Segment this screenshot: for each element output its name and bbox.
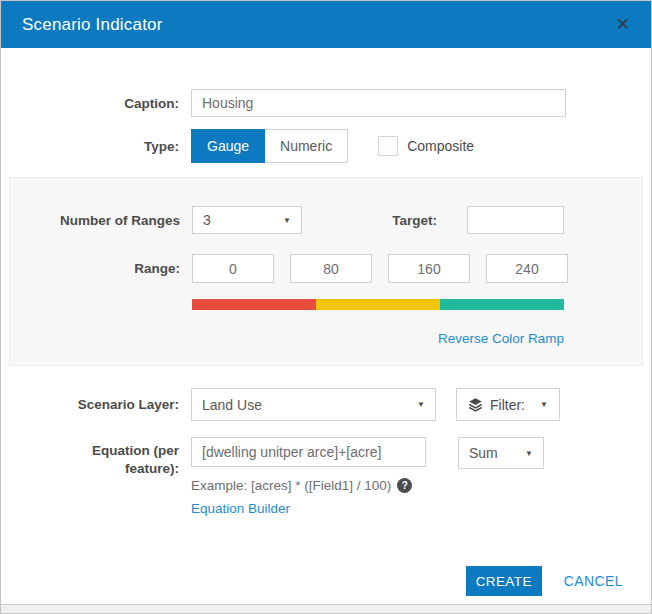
cancel-button[interactable]: CANCEL xyxy=(564,573,623,589)
dialog-title: Scenario Indicator xyxy=(22,15,163,35)
reverse-color-ramp-link[interactable]: Reverse Color Ramp xyxy=(438,331,564,346)
range-input-3[interactable] xyxy=(486,254,568,283)
equation-example-text: Example: [acres] * ([Field1] / 100) xyxy=(191,478,391,493)
equation-input[interactable] xyxy=(191,437,426,467)
equation-fields: Sum ▼ Example: [acres] * ([Field1] / 100… xyxy=(191,437,544,517)
composite-checkbox[interactable] xyxy=(378,136,398,156)
ranges-panel: Number of Ranges 3 ▼ Target: Range: xyxy=(9,177,643,366)
equation-builder-row: Equation Builder xyxy=(191,499,544,517)
composite-label: Composite xyxy=(407,138,474,154)
color-ramp-segment-green xyxy=(440,299,564,310)
chevron-down-icon: ▼ xyxy=(540,400,548,409)
help-icon[interactable]: ? xyxy=(397,478,412,493)
number-of-ranges-row: Number of Ranges 3 ▼ Target: xyxy=(22,206,564,234)
range-input-2[interactable] xyxy=(388,254,470,283)
range-inputs xyxy=(192,254,568,283)
equation-label-line1: Equation (per xyxy=(21,442,179,460)
equation-label: Equation (per feature): xyxy=(21,437,179,477)
equation-example: Example: [acres] * ([Field1] / 100) ? xyxy=(191,478,544,493)
dialog-footer: CREATE CANCEL xyxy=(1,566,651,596)
range-input-0[interactable] xyxy=(192,254,274,283)
caption-label: Caption: xyxy=(21,96,179,111)
equation-label-line2: feature): xyxy=(21,460,179,478)
aggregation-value: Sum xyxy=(469,445,498,461)
range-input-1[interactable] xyxy=(290,254,372,283)
type-toggle: GaugeNumeric xyxy=(191,129,348,163)
color-ramp-segment-red xyxy=(192,299,316,310)
type-gauge-button[interactable]: Gauge xyxy=(191,129,265,163)
chevron-down-icon: ▼ xyxy=(283,216,291,225)
scenario-layer-row: Scenario Layer: Land Use ▼ Filter: ▼ xyxy=(21,388,651,421)
chevron-down-icon: ▼ xyxy=(525,449,533,458)
reverse-color-ramp-row: Reverse Color Ramp xyxy=(22,329,564,347)
number-of-ranges-dropdown[interactable]: 3 ▼ xyxy=(192,206,302,234)
chevron-down-icon: ▼ xyxy=(417,400,425,409)
scenario-layer-label: Scenario Layer: xyxy=(21,397,179,412)
range-row: Range: xyxy=(22,254,564,283)
color-ramp-segment-yellow xyxy=(316,299,440,310)
target-input[interactable] xyxy=(467,206,564,234)
scenario-layer-dropdown[interactable]: Land Use ▼ xyxy=(191,388,436,421)
filter-label: Filter: xyxy=(490,397,525,413)
dialog-header: Scenario Indicator ✕ xyxy=(1,1,651,48)
caption-input[interactable] xyxy=(191,89,566,117)
aggregation-dropdown[interactable]: Sum ▼ xyxy=(458,437,544,469)
equation-row: Equation (per feature): Sum ▼ Example: [… xyxy=(21,437,651,517)
target-label: Target: xyxy=(392,213,437,228)
scenario-indicator-dialog: Scenario Indicator ✕ Caption: Type: Gaug… xyxy=(1,1,651,605)
close-icon[interactable]: ✕ xyxy=(616,16,630,33)
number-of-ranges-label: Number of Ranges xyxy=(22,213,180,228)
filter-button[interactable]: Filter: ▼ xyxy=(456,388,560,421)
scenario-layer-value: Land Use xyxy=(202,397,262,413)
layers-icon xyxy=(468,397,483,412)
range-label: Range: xyxy=(22,261,180,276)
number-of-ranges-value: 3 xyxy=(203,212,211,228)
color-ramp xyxy=(192,299,564,310)
type-label: Type: xyxy=(21,139,179,154)
type-row: Type: GaugeNumeric Composite xyxy=(21,129,651,163)
type-numeric-button[interactable]: Numeric xyxy=(265,129,348,163)
caption-row: Caption: xyxy=(21,89,651,117)
equation-builder-link[interactable]: Equation Builder xyxy=(191,501,290,516)
create-button[interactable]: CREATE xyxy=(466,566,542,596)
page-background: Scenario Indicator ✕ Caption: Type: Gaug… xyxy=(0,0,652,614)
